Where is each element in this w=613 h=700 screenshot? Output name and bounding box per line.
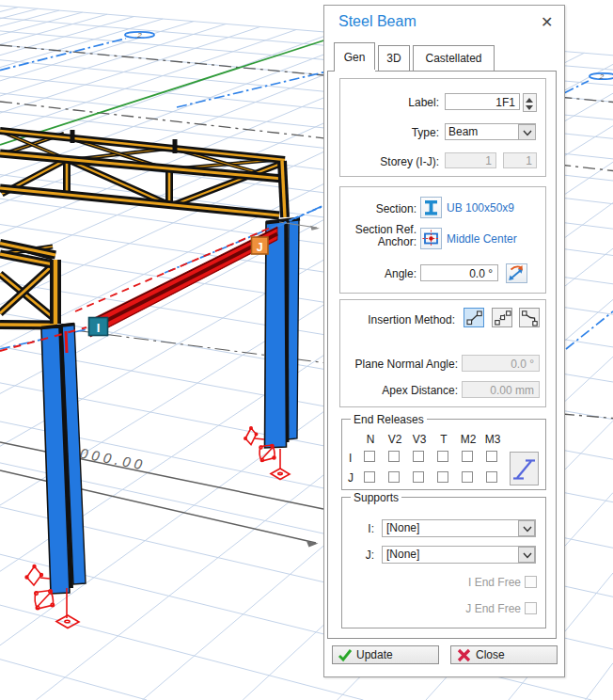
svg-text:2: 2	[136, 31, 142, 40]
svg-text:J: J	[257, 241, 263, 254]
svg-text:I: I	[97, 321, 101, 335]
svg-text:2: 2	[599, 72, 605, 81]
